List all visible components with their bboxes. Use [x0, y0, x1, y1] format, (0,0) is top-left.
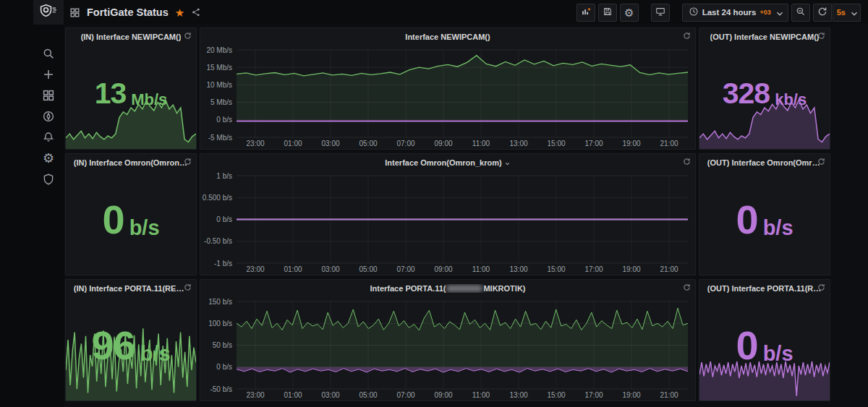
panel-refresh-icon[interactable] [683, 283, 691, 291]
svg-text:0 b/s: 0 b/s [216, 116, 232, 124]
panel-refresh-icon[interactable] [683, 158, 691, 166]
svg-text:01:00: 01:00 [284, 265, 302, 273]
panel-header[interactable]: (OUT) Interface NEWIPCAM() [699, 28, 830, 46]
svg-text:03:00: 03:00 [321, 391, 339, 399]
dashboard-grid: (IN) Interface NEWIPCAM() 13Mb/s Interfa… [65, 27, 830, 401]
panel-refresh-icon[interactable] [184, 158, 192, 166]
svg-text:03:00: 03:00 [321, 265, 339, 273]
top-navbar: FortiGate Status ★ ⚙ [64, 0, 868, 25]
chevron-down-icon [849, 9, 856, 16]
svg-text:21:00: 21:00 [660, 391, 678, 399]
stat-value: 0b/s [699, 322, 830, 369]
panel-refresh-icon[interactable] [683, 32, 691, 40]
timeseries-chart[interactable]: 20 Mb/s15 Mb/s10 Mb/s5 Mb/s0 b/s-5 Mb/s2… [200, 46, 695, 149]
save-dashboard-button[interactable] [598, 4, 617, 22]
timeseries-chart[interactable]: 1 b/s0.500 b/s0 b/s-0.50 b/s-1 b/s23:000… [200, 171, 695, 275]
app-logo[interactable] [33, 0, 64, 25]
dashboards-icon[interactable] [42, 88, 56, 102]
svg-text:1 b/s: 1 b/s [216, 172, 232, 180]
time-range-picker[interactable]: Last 24 hours +03 [682, 4, 788, 22]
panel-header[interactable]: Interface NEWIPCAM() [200, 28, 695, 46]
stat-panel-in-omron: (IN) Interface Omron(Omron_kro... 0b/s [65, 153, 197, 275]
chevron-down-icon [504, 160, 511, 167]
panel-header[interactable]: (IN) Interface Omron(Omron_kro... [66, 154, 196, 171]
svg-text:01:00: 01:00 [284, 140, 302, 147]
panel-refresh-icon[interactable] [817, 283, 825, 291]
refresh-interval-picker[interactable]: 5s [833, 4, 861, 22]
add-panel-button[interactable] [576, 4, 595, 22]
panel-refresh-icon[interactable] [184, 32, 192, 40]
svg-text:15:00: 15:00 [547, 265, 565, 273]
chart-panel-omron: Interface Omron(Omron_krom) 1 b/s0.500 b… [200, 153, 696, 275]
panel-refresh-icon[interactable] [184, 283, 192, 291]
gear-icon: ⚙ [624, 7, 634, 18]
svg-text:21:00: 21:00 [660, 265, 678, 273]
dashboards-icon[interactable] [69, 7, 80, 18]
toolbar: ⚙ Last 24 hours +03 [576, 4, 861, 22]
timeseries-chart[interactable]: 150 b/s100 b/s50 b/s0 b/s-50 b/s23:0001:… [200, 297, 695, 400]
panel-header[interactable]: (OUT) Interface Omron(Omron_k... [699, 154, 830, 171]
panel-title: Interface Omron(Omron_krom) [385, 158, 510, 167]
svg-text:17:00: 17:00 [584, 265, 603, 273]
svg-text:23:00: 23:00 [246, 391, 264, 399]
svg-text:-50 b/s: -50 b/s [210, 385, 232, 393]
refresh-button[interactable] [813, 4, 832, 22]
kiosk-mode-button[interactable] [651, 4, 670, 22]
panel-refresh-icon[interactable] [817, 158, 825, 166]
explore-icon[interactable] [42, 109, 56, 123]
svg-text:-0.50 b/s: -0.50 b/s [204, 237, 232, 245]
svg-text:09:00: 09:00 [434, 391, 452, 399]
share-icon[interactable] [191, 7, 201, 17]
svg-text:09:00: 09:00 [434, 265, 452, 273]
panel-header[interactable]: (OUT) Interface PORTA.11(REZM... [699, 280, 830, 297]
redacted-text [446, 285, 482, 292]
monitor-icon [655, 7, 665, 18]
chevron-down-icon [775, 9, 782, 16]
zoom-out-icon [796, 7, 806, 18]
stat-panel-in-porta: (IN) Interface PORTA.11(REZMA... 96b/s [65, 279, 197, 401]
svg-text:20 Mb/s: 20 Mb/s [206, 46, 232, 54]
stat-value: 13Mb/s [66, 77, 196, 111]
chart-panel-porta: Interface PORTA.11(MIKROTIK) 150 b/s100 … [200, 279, 696, 401]
star-icon[interactable]: ★ [175, 7, 184, 18]
add-panel-icon [581, 7, 591, 18]
stat-value: 0b/s [699, 196, 830, 243]
panel-title: (OUT) Interface Omron(Omron_k... [707, 158, 822, 167]
svg-text:13:00: 13:00 [509, 265, 527, 273]
svg-text:21:00: 21:00 [660, 140, 678, 147]
svg-text:0 b/s: 0 b/s [216, 215, 232, 223]
svg-text:09:00: 09:00 [434, 140, 452, 147]
panel-title: (IN) Interface PORTA.11(REZMA... [74, 284, 188, 293]
panel-title: Interface PORTA.11(MIKROTIK) [370, 284, 526, 293]
svg-text:-1 b/s: -1 b/s [214, 260, 232, 267]
server-admin-icon[interactable] [42, 172, 56, 186]
svg-text:15:00: 15:00 [547, 391, 565, 399]
panel-title: (IN) Interface NEWIPCAM() [81, 33, 182, 41]
svg-text:0.500 b/s: 0.500 b/s [203, 194, 232, 202]
panel-refresh-icon[interactable] [817, 32, 825, 40]
panel-header[interactable]: Interface PORTA.11(MIKROTIK) [200, 280, 695, 297]
svg-text:-5 Mb/s: -5 Mb/s [208, 134, 232, 142]
svg-text:15 Mb/s: 15 Mb/s [206, 64, 232, 72]
svg-text:23:00: 23:00 [246, 265, 264, 273]
settings-icon[interactable]: ⚙ [42, 151, 56, 165]
add-icon[interactable] [42, 67, 56, 81]
svg-text:17:00: 17:00 [584, 140, 603, 147]
time-range-label: Last 24 hours [702, 8, 757, 17]
dashboard-settings-button[interactable]: ⚙ [620, 4, 639, 22]
alerting-icon[interactable] [42, 130, 56, 144]
zoom-out-button[interactable] [791, 4, 810, 22]
svg-text:50 b/s: 50 b/s [213, 341, 232, 349]
dashboard-title[interactable]: FortiGate Status [87, 7, 169, 18]
search-icon[interactable] [42, 46, 56, 60]
svg-text:05:00: 05:00 [359, 140, 377, 147]
svg-text:0 b/s: 0 b/s [216, 363, 232, 371]
panel-header[interactable]: (IN) Interface PORTA.11(REZMA... [66, 280, 196, 297]
sidebar-menu: ⚙ [38, 46, 59, 186]
panel-header[interactable]: (IN) Interface NEWIPCAM() [66, 28, 196, 46]
svg-text:05:00: 05:00 [359, 265, 377, 273]
svg-text:13:00: 13:00 [509, 391, 527, 399]
svg-text:23:00: 23:00 [246, 140, 264, 147]
panel-header[interactable]: Interface Omron(Omron_krom) [200, 154, 695, 171]
svg-text:11:00: 11:00 [472, 265, 490, 273]
